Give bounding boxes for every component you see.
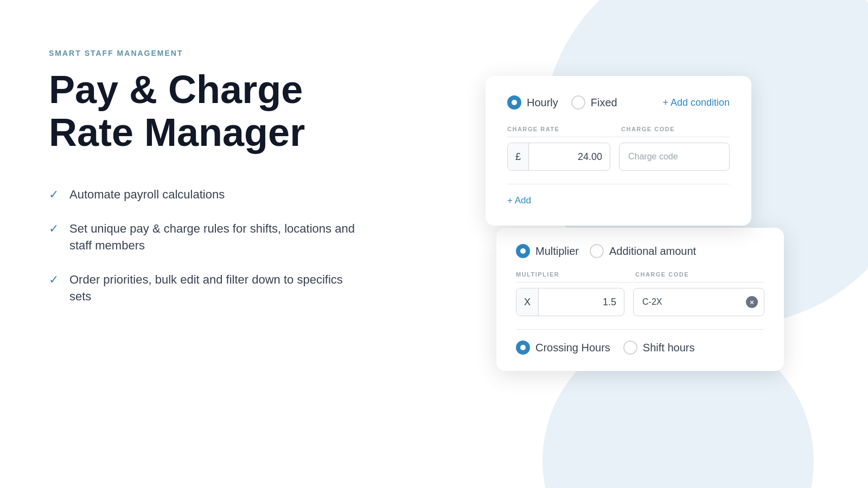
radio-circle-shift[interactable] (623, 341, 637, 355)
main-title-line1: Pay & Charge (49, 68, 303, 111)
charge-code-label-bottom: CHARGE CODE (635, 271, 764, 278)
radio-label-shift: Shift hours (643, 342, 695, 354)
radio-label-additional: Additional amount (609, 245, 696, 258)
radio-circle-hourly[interactable] (507, 95, 521, 110)
code-value: C-2X (642, 297, 662, 307)
charge-rate-label: CHARGE RATE (507, 126, 610, 132)
card-top: Hourly Fixed + Add condition CHARGE RATE… (486, 76, 751, 226)
charge-rate-input[interactable]: £ 24.00 (507, 143, 610, 171)
right-panel: Hourly Fixed + Add condition CHARGE RATE… (407, 0, 868, 488)
radio-label-multiplier: Multiplier (535, 245, 579, 258)
card-bottom: Multiplier Additional amount MULTIPLIER … (496, 228, 784, 371)
fields-header-top: CHARGE RATE CHARGE CODE (507, 126, 730, 137)
feature-item-1: ✓ Automate payroll calculations (49, 187, 363, 203)
code-input-wrapper: C-2X × (633, 288, 764, 316)
add-button-top[interactable]: + Add (507, 195, 730, 206)
radio-group-bottom: Multiplier Additional amount (516, 244, 764, 258)
radio-option-hourly[interactable]: Hourly (507, 95, 558, 110)
input-row-top: £ 24.00 Charge code (507, 143, 730, 171)
feature-item-3: ✓ Order priorities, bulk edit and filter… (49, 272, 363, 305)
cards-container: Hourly Fixed + Add condition CHARGE RATE… (486, 76, 789, 412)
radio-label-crossing: Crossing Hours (535, 342, 610, 354)
check-icon-3: ✓ (49, 273, 59, 287)
charge-code-input-top[interactable]: Charge code (619, 143, 730, 171)
divider-top (507, 184, 730, 184)
multiplier-label: MULTIPLIER (516, 271, 624, 278)
radio-option-multiplier[interactable]: Multiplier (516, 244, 579, 258)
clear-button[interactable]: × (746, 296, 758, 308)
multiplier-input[interactable]: X 1.5 (516, 288, 624, 316)
main-title: Pay & Charge Rate Manager (49, 68, 363, 154)
radio-label-fixed: Fixed (591, 97, 617, 109)
feature-text-2: Set unique pay & charge rules for shifts… (69, 221, 363, 254)
main-title-line2: Rate Manager (49, 111, 305, 154)
multiplier-value: 1.5 (539, 297, 624, 308)
divider-bottom (516, 329, 764, 330)
fields-header-bottom: MULTIPLIER CHARGE CODE (516, 271, 764, 282)
radio-option-crossing[interactable]: Crossing Hours (516, 341, 610, 355)
radio-option-fixed[interactable]: Fixed (571, 95, 617, 110)
check-icon-2: ✓ (49, 222, 59, 236)
radio-option-additional[interactable]: Additional amount (590, 244, 696, 258)
feature-text-1: Automate payroll calculations (69, 187, 225, 203)
radio-group-top: Hourly Fixed + Add condition (507, 95, 730, 110)
add-condition-button[interactable]: + Add condition (662, 97, 730, 108)
amount-value: 24.00 (529, 151, 610, 163)
input-row-bottom: X 1.5 C-2X × (516, 288, 764, 316)
features-list: ✓ Automate payroll calculations ✓ Set un… (49, 187, 363, 305)
feature-item-2: ✓ Set unique pay & charge rules for shif… (49, 221, 363, 254)
radio-circle-multiplier[interactable] (516, 244, 530, 258)
close-icon: × (750, 298, 754, 306)
check-icon-1: ✓ (49, 188, 59, 202)
feature-text-3: Order priorities, bulk edit and filter d… (69, 272, 363, 305)
radio-circle-crossing[interactable] (516, 341, 530, 355)
code-input-bottom[interactable]: C-2X (633, 288, 764, 316)
charge-code-label-top: CHARGE CODE (621, 126, 730, 132)
page-layout: SMART STAFF MANAGEMENT Pay & Charge Rate… (0, 0, 868, 488)
charge-code-placeholder: Charge code (628, 152, 678, 162)
subtitle: SMART STAFF MANAGEMENT (49, 49, 363, 57)
radio-option-shift[interactable]: Shift hours (623, 341, 695, 355)
left-panel: SMART STAFF MANAGEMENT Pay & Charge Rate… (0, 0, 407, 488)
currency-symbol: £ (508, 143, 529, 170)
radio-circle-fixed[interactable] (571, 95, 585, 110)
multiplier-symbol: X (516, 288, 539, 316)
radio-circle-additional[interactable] (590, 244, 604, 258)
radio-group-crossing: Crossing Hours Shift hours (516, 341, 764, 355)
radio-label-hourly: Hourly (527, 97, 558, 109)
